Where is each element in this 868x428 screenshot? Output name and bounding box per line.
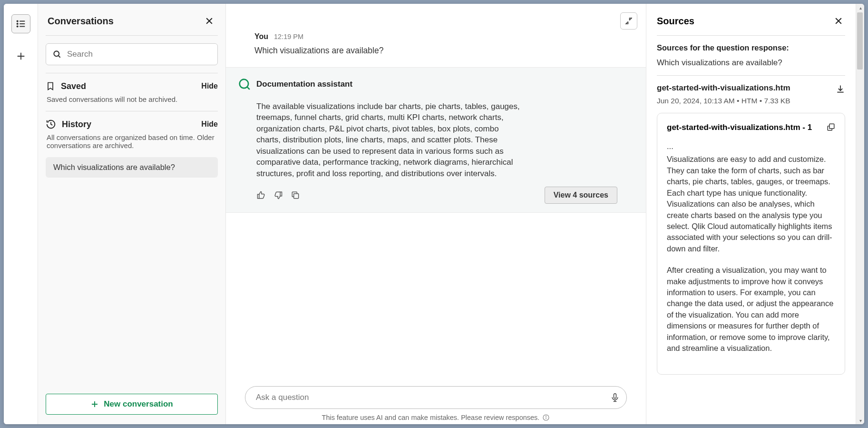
conversations-panel: Conversations Saved Hide Saved conve	[38, 4, 226, 424]
download-source-button[interactable]	[836, 84, 845, 94]
sources-panel: Sources Sources for the question respons…	[646, 4, 856, 424]
saved-section-header: Saved Hide	[46, 81, 218, 91]
saved-label: Saved	[61, 81, 86, 91]
sources-title: Sources	[657, 16, 694, 27]
thumbs-up-button[interactable]	[256, 190, 266, 200]
close-conversations-button[interactable]	[203, 14, 216, 28]
feedback-icons	[256, 190, 300, 200]
mic-icon	[610, 392, 620, 403]
close-icon	[205, 16, 214, 26]
svg-rect-27	[829, 124, 834, 129]
new-conversation-label: New conversation	[104, 399, 173, 409]
close-sources-button[interactable]	[832, 14, 845, 28]
copy-button[interactable]	[291, 190, 300, 200]
svg-point-1	[17, 23, 18, 24]
chat-column: You 12:19 PM Which visualizations are av…	[226, 4, 646, 424]
collapse-button[interactable]	[620, 12, 637, 30]
disclaimer-row: This feature uses AI and can make mistak…	[226, 412, 646, 424]
user-message: You 12:19 PM Which visualizations are av…	[226, 4, 646, 67]
search-input[interactable]	[46, 43, 218, 65]
scroll-up-arrow[interactable]: ▴	[858, 5, 863, 10]
svg-point-16	[240, 80, 248, 88]
new-conversation-button[interactable]: New conversation	[46, 394, 218, 415]
bookmark-icon	[46, 81, 55, 91]
chat-input-area	[226, 380, 646, 412]
divider	[46, 35, 218, 36]
svg-rect-19	[614, 394, 616, 398]
search-icon	[52, 50, 62, 59]
saved-description: Saved conversations will not be archived…	[46, 95, 218, 103]
mic-button[interactable]	[610, 392, 620, 403]
source-paragraph-1: Visualizations are easy to add and custo…	[667, 154, 835, 254]
source-file-name: get-started-with-visualizations.htm	[657, 83, 790, 93]
download-icon	[836, 84, 845, 94]
assistant-answer-text: The available visualizations include bar…	[256, 101, 523, 179]
svg-line-11	[59, 56, 60, 58]
svg-point-10	[54, 51, 59, 56]
history-hide-button[interactable]: Hide	[201, 120, 218, 129]
svg-point-24	[546, 416, 546, 416]
svg-line-17	[247, 87, 250, 90]
scrollbar[interactable]: ▴ ▾	[856, 4, 864, 424]
divider	[657, 75, 845, 76]
history-section-header: History Hide	[46, 119, 218, 129]
source-card-title: get-started-with-visualizations.htm - 1	[667, 123, 812, 132]
history-label: History	[62, 119, 91, 129]
thumbs-down-icon	[273, 190, 283, 200]
user-question-text: Which visualizations are available?	[254, 46, 617, 56]
history-icon	[46, 119, 56, 129]
chat-input-field-wrapper	[245, 386, 627, 409]
source-card: get-started-with-visualizations.htm - 1 …	[657, 113, 845, 375]
popout-icon	[827, 123, 835, 131]
search-wrapper	[46, 43, 218, 65]
conversations-rail-button[interactable]	[11, 14, 30, 33]
svg-point-2	[17, 26, 18, 27]
thumbs-up-icon	[256, 190, 266, 200]
view-sources-button[interactable]: View 4 sources	[545, 187, 617, 204]
conversations-title: Conversations	[48, 16, 114, 27]
sources-question: Which visualizations are available?	[657, 58, 845, 68]
scroll-thumb[interactable]	[857, 12, 863, 70]
copy-icon	[291, 190, 300, 200]
assistant-icon	[238, 78, 251, 90]
assistant-label: Documentation assistant	[256, 80, 352, 89]
source-paragraph-2: After creating a visualization, you may …	[667, 265, 835, 354]
open-source-button[interactable]	[827, 123, 835, 131]
divider	[46, 111, 218, 111]
divider	[657, 35, 845, 36]
divider	[46, 73, 218, 73]
left-rail	[4, 4, 38, 424]
saved-hide-button[interactable]: Hide	[201, 82, 218, 90]
source-file-row: get-started-with-visualizations.htm	[657, 83, 845, 94]
sources-subtitle: Sources for the question response:	[657, 43, 845, 52]
message-timestamp: 12:19 PM	[274, 33, 303, 40]
history-description: All conversations are organized based on…	[46, 133, 218, 149]
scroll-down-arrow[interactable]: ▾	[858, 418, 863, 423]
thumbs-down-button[interactable]	[273, 190, 283, 200]
collapse-icon	[624, 17, 633, 25]
plus-icon	[90, 400, 99, 408]
close-icon	[834, 16, 843, 26]
list-icon	[16, 19, 26, 29]
disclaimer-text: This feature uses AI and can make mistak…	[322, 414, 540, 421]
plus-icon	[16, 51, 26, 61]
chat-input-field[interactable]	[245, 393, 626, 402]
svg-point-0	[17, 20, 18, 21]
svg-rect-18	[294, 194, 299, 199]
user-label: You	[254, 32, 268, 41]
new-rail-button[interactable]	[11, 47, 30, 66]
conversation-item-active[interactable]: Which visualizations are available?	[46, 157, 218, 178]
conversations-header: Conversations	[38, 4, 225, 35]
source-file-meta: Jun 20, 2024, 10:13 AM • HTM • 7.33 KB	[657, 97, 845, 105]
source-ellipsis: ...	[667, 141, 835, 152]
assistant-message: Documentation assistant The available vi…	[226, 67, 646, 213]
app-window: Conversations Saved Hide Saved conve	[4, 4, 864, 424]
info-icon	[542, 414, 550, 421]
